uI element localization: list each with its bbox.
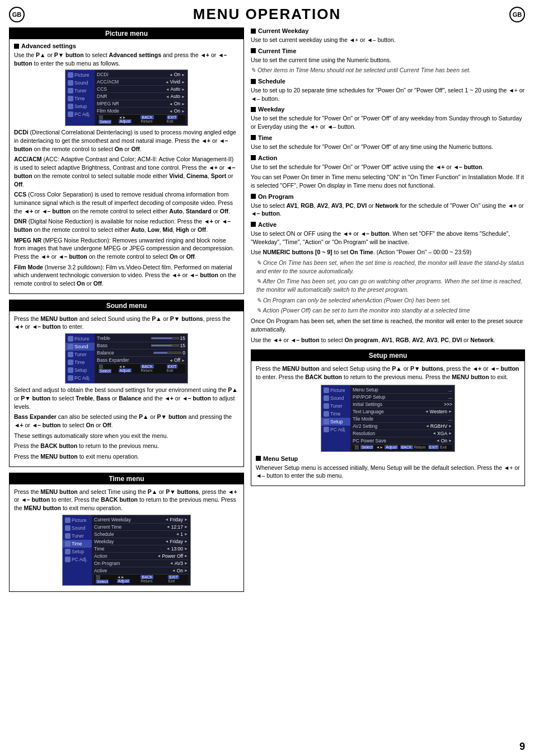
- sidebar-item-sound: Sound: [65, 79, 95, 87]
- active-note1: ✎ Once On Time has been set, when the se…: [251, 259, 525, 275]
- picture-menu-bottom-bar: ⬛ Select ◄► Adjust BACK Return EXIT Exit: [97, 115, 185, 124]
- bullet-icon: [256, 456, 261, 461]
- sound-menu-section: Sound menu Press the MENU button and sel…: [9, 300, 244, 467]
- time-sidebar-tuner: Tuner: [63, 532, 92, 540]
- right-column: Current Weekday Use to set current weekd…: [251, 27, 525, 598]
- active-body3: Once On Program has been set, when the s…: [251, 317, 525, 333]
- sound-menu-title: Sound menu: [10, 300, 243, 311]
- bullet-icon: [251, 29, 256, 34]
- time-sidebar-pcadj: PC Adj.: [63, 556, 92, 563]
- time-subsection-body: Use to set the schedule for "Power On" o…: [251, 143, 525, 151]
- bullet-icon: [251, 48, 256, 53]
- menu-row-on-program: On Program ◄ AV3 ►: [94, 560, 188, 567]
- sound-body4: Press the BACK button to return to the p…: [14, 442, 239, 450]
- time-intro: Press the MENU button and select Time us…: [14, 488, 239, 512]
- time-sidebar-time: Time: [63, 540, 92, 548]
- active-note4: ✎ Action (Power Off) can be set to turn …: [251, 306, 525, 315]
- sound-menu-screenshot: Picture Sound Tuner Time Setup PC Adj. T…: [65, 333, 188, 384]
- onprogram-body: Use to select AV1, RGB, AV2, AV3, PC, DV…: [251, 202, 525, 218]
- advanced-settings-heading: Advanced settings: [14, 43, 239, 49]
- menu-row-weekday: Weekday ◄ Friday ►: [94, 538, 188, 545]
- action-note: You can set Power On timer in Time menu …: [251, 173, 525, 189]
- setup-sidebar-pcadj: PC Adj.: [321, 426, 350, 433]
- dcdi-desc: DCDi (Directional Correlational Deinterl…: [14, 128, 239, 153]
- bullet-icon: [251, 222, 256, 227]
- time-menu-bottom-bar: ⬛ Select ◄► Adjust BACK Return EXIT Exit: [94, 575, 188, 584]
- weekday-body: Use to set the schedule for "Power On" o…: [251, 114, 525, 130]
- time-sidebar: Picture Sound Tuner Time Setup PC Adj.: [63, 515, 92, 585]
- active-heading: Active: [251, 221, 525, 228]
- sound-body3: These settings automatically store when …: [14, 432, 239, 440]
- menu-row-textlang: Text Language ◄ Western ►: [353, 408, 452, 416]
- mpegnr-desc: MPEG NR (MPEG Noise Reduction): Removes …: [14, 236, 239, 261]
- menu-row-action: Action ◄ Power Off ►: [94, 553, 188, 560]
- schedule-heading: Schedule: [251, 78, 525, 85]
- page-title: MENU OPERATION: [193, 6, 341, 23]
- sound-body1: Select and adjust to obtain the best sou…: [14, 386, 239, 410]
- gb-badge-right: GB: [509, 7, 525, 22]
- sound-body2: Bass Expander can also be selected using…: [14, 413, 239, 429]
- menu-row-bass: Bass 15: [97, 342, 185, 349]
- bullet-icon: [251, 135, 256, 140]
- bullet-icon: [251, 194, 256, 199]
- curr-time-note: ✎ Other items in Time Menu should not be…: [251, 66, 525, 74]
- picture-sidebar: Picture Sound Tuner Time Setup PC Adj.: [65, 70, 95, 125]
- curr-weekday-heading: Current Weekday: [251, 27, 525, 34]
- menu-row-treble: Treble 15: [97, 335, 185, 342]
- menu-row-bass-expander: Bass Expander ◄ Off ►: [97, 357, 185, 364]
- schedule-body: Use to set up to 20 separate time schedu…: [251, 86, 525, 102]
- action-heading: Action: [251, 155, 525, 161]
- ccs-desc: CCS (Cross Color Separation) is used to …: [14, 190, 239, 215]
- sidebar-item-time: Time: [65, 95, 95, 102]
- bullet-icon: [251, 107, 256, 112]
- curr-time-body: Use to set the current time using the Nu…: [251, 56, 525, 64]
- setup-sidebar-sound: Sound: [321, 394, 350, 402]
- sound-body5: Press the MENU button to exit menu opera…: [14, 452, 239, 461]
- sound-sidebar-time: Time: [65, 358, 95, 366]
- setup-sidebar-time: Time: [321, 410, 350, 418]
- menu-row-balance: Balance 0: [97, 349, 185, 357]
- time-sidebar-sound: Sound: [63, 524, 92, 532]
- action-body: Use to set the schedule for "Power On" o…: [251, 163, 525, 171]
- bullet-icon: [14, 44, 19, 49]
- active-body1: Use to select ON or OFF using the ◄+ or …: [251, 230, 525, 246]
- sidebar-item-picture: Picture: [65, 71, 95, 79]
- curr-time-heading: Current Time: [251, 48, 525, 54]
- bullet-icon: [251, 155, 256, 160]
- setup-menu-screenshot: Picture Sound Tuner Time Setup PC Adj. M…: [321, 385, 455, 452]
- menu-row-initial: Initial Settings >>>: [353, 401, 452, 408]
- setup-menu-bottom-bar: ⬛ Select ◄► Adjust BACK Return EXIT Exit: [353, 445, 452, 450]
- sound-sidebar-picture: Picture: [65, 335, 95, 343]
- sidebar-item-setup: Setup: [65, 102, 95, 110]
- menu-row-curr-time: Current Time ◄ 12:17 ►: [94, 524, 188, 531]
- sound-menu-content: Treble 15 Bass: [95, 334, 188, 383]
- menu-row-time: Time ◄ 13:00 ►: [94, 545, 188, 553]
- sound-sidebar-tuner: Tuner: [65, 351, 95, 358]
- dnr-desc: DNR (Digital Noise Reduction) is availab…: [14, 217, 239, 234]
- time-menu-title: Time menu: [10, 473, 243, 484]
- menu-row-active: Active ◄ On ►: [94, 567, 188, 575]
- sound-sidebar-sound: Sound: [65, 343, 95, 351]
- filmmode-desc: Film Mode (Inverse 3:2 pulldown): Film v…: [14, 263, 239, 288]
- gb-badge-left: GB: [9, 7, 25, 22]
- time-subsection-heading: Time: [251, 134, 525, 141]
- sound-menu-bottom-bar: ⬛ Select ◄► Adjust BACK Return EXIT Exit: [97, 364, 185, 374]
- curr-weekday-body: Use to set current weekday using the ◄+ …: [251, 36, 525, 44]
- left-column: Picture menu Advanced settings Use the P…: [9, 27, 244, 598]
- menu-row-ccs: CCS ◄ Auto ►: [97, 86, 185, 93]
- active-note2: ✎ After On Time has been set, you can go…: [251, 277, 525, 293]
- sidebar-item-pcadj: PC Adj.: [65, 110, 95, 118]
- setup-sidebar-tuner: Tuner: [321, 402, 350, 410]
- setup-menu-section: Setup menu Press the MENU button and sel…: [251, 349, 525, 486]
- menu-row-av2setting: AV2 Setting ◄ RGBHV ►: [353, 423, 452, 430]
- picture-menu-screenshot: Picture Sound Tuner Time Setup PC Adj. D…: [65, 69, 188, 126]
- onprogram-heading: On Program: [251, 193, 525, 200]
- setup-sidebar-setup: Setup: [321, 418, 350, 426]
- menu-row-mpegnr: MPEG NR ◄ On ►: [97, 100, 185, 108]
- setup-intro: Press the MENU button and select Setup u…: [256, 365, 520, 381]
- page-header: GB MENU OPERATION GB: [9, 6, 525, 23]
- active-body4: Use the ◄+ or ◄– button to select On pro…: [251, 336, 525, 344]
- menusetup-body: Whenever Setup menu is accessed initiall…: [256, 464, 520, 480]
- setup-sidebar: Picture Sound Tuner Time Setup PC Adj.: [321, 385, 350, 451]
- sound-sidebar: Picture Sound Tuner Time Setup PC Adj.: [65, 334, 95, 383]
